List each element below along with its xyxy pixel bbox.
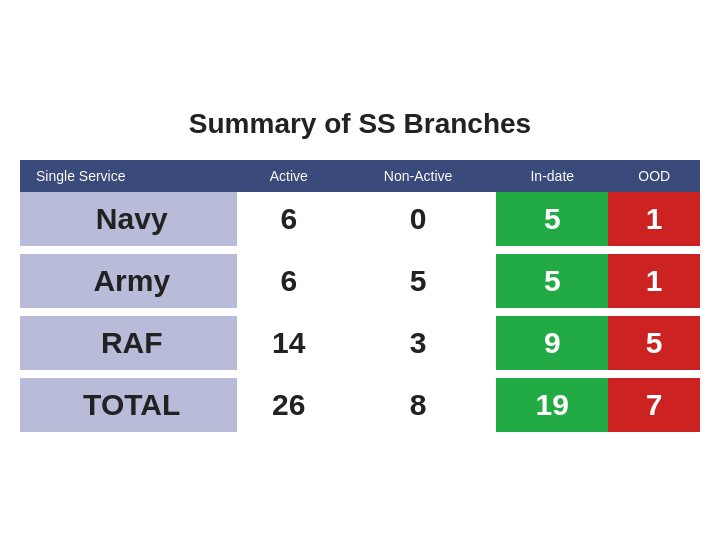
table-row: TOTAL268197 <box>20 378 700 432</box>
main-container: Summary of SS Branches Single Service Ac… <box>20 108 700 432</box>
cell-service-army: Army <box>20 254 237 308</box>
table-row: Army6551 <box>20 254 700 308</box>
cell-ood-total: 7 <box>608 378 700 432</box>
header-active: Active <box>237 160 340 192</box>
header-ood: OOD <box>608 160 700 192</box>
cell-indate-total: 19 <box>496 378 608 432</box>
spacer-row <box>20 370 700 378</box>
cell-indate-army: 5 <box>496 254 608 308</box>
summary-table: Single Service Active Non-Active In-date… <box>20 160 700 432</box>
page-title: Summary of SS Branches <box>20 108 700 140</box>
table-row: RAF14395 <box>20 316 700 370</box>
cell-indate-raf: 9 <box>496 316 608 370</box>
cell-active-army: 6 <box>237 254 340 308</box>
cell-active-navy: 6 <box>237 192 340 246</box>
cell-service-navy: Navy <box>20 192 237 246</box>
cell-indate-navy: 5 <box>496 192 608 246</box>
cell-active-total: 26 <box>237 378 340 432</box>
cell-nonactive-total: 8 <box>340 378 496 432</box>
cell-ood-navy: 1 <box>608 192 700 246</box>
spacer-row <box>20 308 700 316</box>
header-non-active: Non-Active <box>340 160 496 192</box>
cell-ood-army: 1 <box>608 254 700 308</box>
cell-active-raf: 14 <box>237 316 340 370</box>
table-row: Navy6051 <box>20 192 700 246</box>
cell-nonactive-raf: 3 <box>340 316 496 370</box>
cell-ood-raf: 5 <box>608 316 700 370</box>
cell-nonactive-army: 5 <box>340 254 496 308</box>
cell-service-raf: RAF <box>20 316 237 370</box>
header-single-service: Single Service <box>20 160 237 192</box>
spacer-row <box>20 246 700 254</box>
header-in-date: In-date <box>496 160 608 192</box>
cell-service-total: TOTAL <box>20 378 237 432</box>
cell-nonactive-navy: 0 <box>340 192 496 246</box>
